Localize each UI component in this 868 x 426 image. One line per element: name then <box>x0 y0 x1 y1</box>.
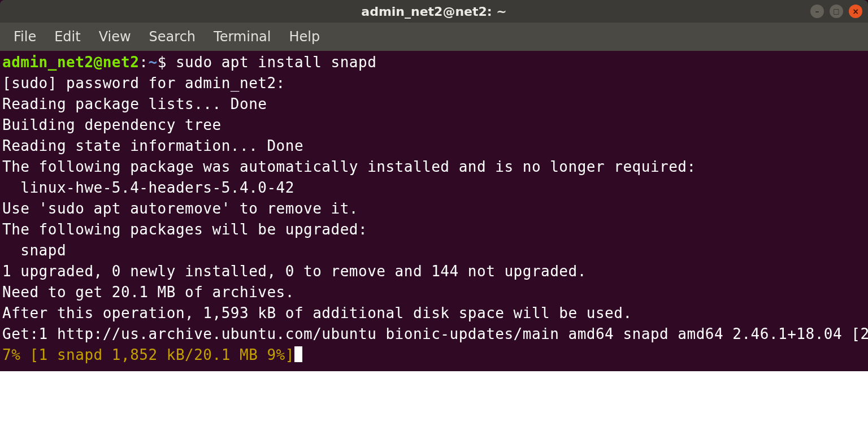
output-line: Need to get 20.1 MB of archives. <box>2 284 294 301</box>
prompt-separator: : <box>139 54 148 71</box>
output-line: Reading state information... Done <box>2 137 303 154</box>
terminal-window: admin_net2@net2: ~ – □ × File Edit View … <box>0 0 868 371</box>
output-line: snapd <box>2 242 66 259</box>
prompt-path: ~ <box>148 54 157 71</box>
cursor-icon <box>294 346 302 362</box>
output-line: Get:1 http://us.archive.ubuntu.com/ubunt… <box>2 325 868 342</box>
output-line: Use 'sudo apt autoremove' to remove it. <box>2 200 358 217</box>
menu-view[interactable]: View <box>90 25 140 48</box>
menubar: File Edit View Search Terminal Help <box>0 23 868 51</box>
download-progress: 7% [1 snapd 1,852 kB/20.1 MB 9%] <box>2 346 294 363</box>
output-line: After this operation, 1,593 kB of additi… <box>2 305 632 321</box>
output-line: Building dependency tree <box>2 116 222 133</box>
close-button[interactable]: × <box>849 5 862 18</box>
minimize-button[interactable]: – <box>810 5 824 18</box>
output-line: [sudo] password for admin_net2: <box>2 75 285 92</box>
output-line: 1 upgraded, 0 newly installed, 0 to remo… <box>2 263 587 280</box>
window-title: admin_net2@net2: ~ <box>361 5 506 19</box>
menu-file[interactable]: File <box>5 25 45 48</box>
window-controls: – □ × <box>810 5 862 18</box>
command-text: sudo apt install snapd <box>176 54 376 71</box>
output-line: Reading package lists... Done <box>2 95 267 112</box>
maximize-button[interactable]: □ <box>830 5 843 18</box>
prompt-user-host: admin_net2@net2 <box>2 54 139 71</box>
terminal-area[interactable]: admin_net2@net2:~$ sudo apt install snap… <box>0 51 868 371</box>
prompt-dollar: $ <box>158 54 167 71</box>
menu-terminal[interactable]: Terminal <box>205 25 280 48</box>
menu-search[interactable]: Search <box>140 25 205 48</box>
menu-edit[interactable]: Edit <box>45 25 89 48</box>
menu-help[interactable]: Help <box>280 25 329 48</box>
titlebar: admin_net2@net2: ~ – □ × <box>0 0 868 23</box>
output-line: The following packages will be upgraded: <box>2 221 367 238</box>
output-line: The following package was automatically … <box>2 158 696 175</box>
output-line: linux-hwe-5.4-headers-5.4.0-42 <box>2 179 294 196</box>
